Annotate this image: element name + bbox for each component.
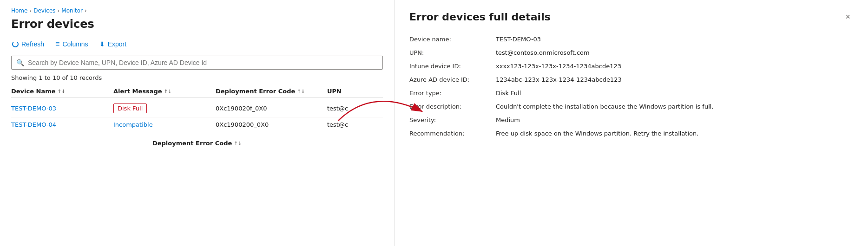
device-link-2[interactable]: TEST-DEMO-04 — [11, 121, 56, 128]
columns-label: Columns — [62, 40, 88, 48]
cell-error-code-2: 0Xc1900200_0X0 — [216, 121, 327, 128]
table-header: Device Name ↑↓ Alert Message ↑↓ Deployme… — [11, 88, 383, 98]
breadcrumb-monitor[interactable]: Monitor — [61, 7, 83, 14]
detail-value: xxxx123-123x-123x-1234-1234abcde123 — [496, 63, 853, 70]
disk-full-badge[interactable]: Disk Full — [113, 104, 147, 113]
detail-row: UPN:test@contoso.onmicrosoft.com — [409, 49, 853, 56]
record-count: Showing 1 to 10 of 10 records — [11, 74, 383, 81]
cell-device-name-1: TEST-DEMO-03 — [11, 105, 113, 112]
detail-label: UPN: — [409, 49, 493, 56]
sort-alert-icon[interactable]: ↑↓ — [164, 89, 172, 94]
export-label: Export — [108, 40, 126, 48]
col-device-name: Device Name ↑↓ — [11, 88, 113, 95]
search-bar: 🔍 — [11, 56, 383, 70]
col-upn: UPN — [327, 88, 383, 95]
detail-value: TEST-DEMO-03 — [496, 36, 853, 43]
detail-value: Couldn't complete the installation becau… — [496, 103, 853, 110]
footer-sort-icon[interactable]: ↑↓ — [234, 141, 242, 146]
detail-label: Azure AD device ID: — [409, 76, 493, 83]
detail-value: Free up disk space on the Windows partit… — [496, 130, 853, 137]
table-row: TEST-DEMO-03 Disk Full 0Xc190020f_0X0 te… — [11, 100, 383, 117]
export-icon: ⬇ — [99, 40, 105, 48]
search-icon: 🔍 — [16, 59, 24, 66]
detail-label: Intune device ID: — [409, 63, 493, 70]
col-alert-message: Alert Message ↑↓ — [113, 88, 216, 95]
data-table: Device Name ↑↓ Alert Message ↑↓ Deployme… — [11, 88, 383, 132]
detail-label: Error description: — [409, 103, 493, 110]
search-input[interactable] — [28, 59, 378, 66]
incompatible-link[interactable]: Incompatible — [113, 121, 153, 128]
cell-alert-1: Disk Full — [113, 104, 216, 113]
left-panel: Home › Devices › Monitor › Error devices… — [0, 0, 395, 246]
table-row: TEST-DEMO-04 Incompatible 0Xc1900200_0X0… — [11, 117, 383, 132]
columns-button[interactable]: ≡ Columns — [54, 38, 89, 50]
refresh-icon — [12, 41, 19, 47]
close-button[interactable]: × — [842, 11, 853, 23]
cell-device-name-2: TEST-DEMO-04 — [11, 121, 113, 128]
detail-row: Error description:Couldn't complete the … — [409, 103, 853, 110]
detail-value: Medium — [496, 117, 853, 123]
col-deployment-error: Deployment Error Code ↑↓ — [216, 88, 327, 95]
detail-value: Disk Full — [496, 90, 853, 97]
detail-row: Device name:TEST-DEMO-03 — [409, 36, 853, 43]
sort-deployment-icon[interactable]: ↑↓ — [297, 89, 305, 94]
detail-row: Error type:Disk Full — [409, 90, 853, 97]
breadcrumb-sep1: › — [29, 7, 32, 14]
detail-label: Device name: — [409, 36, 493, 43]
page-title: Error devices — [11, 18, 383, 31]
detail-label: Error type: — [409, 90, 493, 97]
refresh-label: Refresh — [21, 40, 44, 48]
detail-row: Azure AD device ID:1234abc-123x-123x-123… — [409, 76, 853, 83]
footer-label: Deployment Error Code — [152, 140, 232, 147]
columns-icon: ≡ — [55, 40, 59, 48]
breadcrumb-sep2: › — [58, 7, 60, 14]
export-button[interactable]: ⬇ Export — [99, 39, 127, 50]
breadcrumb-sep3: › — [85, 7, 87, 14]
right-panel: Error devices full details × Device name… — [395, 0, 868, 246]
breadcrumb: Home › Devices › Monitor › — [11, 7, 383, 14]
detail-label: Recommendation: — [409, 130, 493, 137]
deployment-error-footer: Deployment Error Code ↑↓ — [11, 140, 383, 147]
panel-title: Error devices full details — [409, 11, 551, 23]
cell-upn-1: test@c — [327, 105, 383, 112]
detail-value: 1234abc-123x-123x-1234-1234abcde123 — [496, 76, 853, 83]
sort-device-name-icon[interactable]: ↑↓ — [58, 89, 66, 94]
panel-header: Error devices full details × — [409, 11, 853, 23]
toolbar: Refresh ≡ Columns ⬇ Export — [11, 38, 383, 50]
breadcrumb-devices[interactable]: Devices — [33, 7, 55, 14]
detail-row: Recommendation:Free up disk space on the… — [409, 130, 853, 137]
detail-label: Severity: — [409, 117, 493, 123]
detail-row: Severity:Medium — [409, 117, 853, 123]
breadcrumb-home[interactable]: Home — [11, 7, 27, 14]
cell-alert-2: Incompatible — [113, 121, 216, 128]
detail-fields: Device name:TEST-DEMO-03UPN:test@contoso… — [409, 36, 853, 137]
cell-upn-2: test@c — [327, 121, 383, 128]
cell-error-code-1: 0Xc190020f_0X0 — [216, 105, 327, 112]
detail-row: Intune device ID:xxxx123-123x-123x-1234-… — [409, 63, 853, 70]
device-link-1[interactable]: TEST-DEMO-03 — [11, 105, 56, 112]
refresh-button[interactable]: Refresh — [11, 39, 45, 50]
detail-value: test@contoso.onmicrosoft.com — [496, 49, 853, 56]
